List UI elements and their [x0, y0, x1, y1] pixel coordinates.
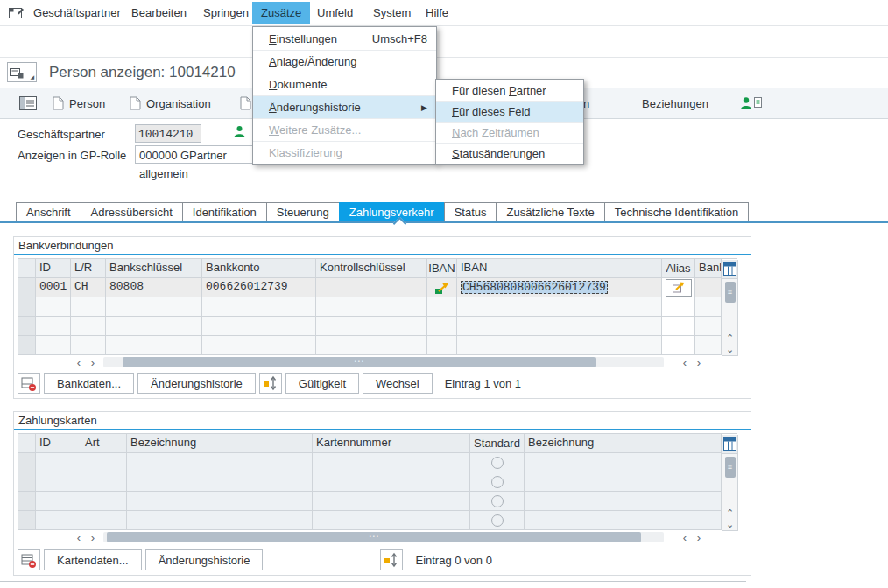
standard-radio[interactable]: [491, 495, 504, 508]
kartendaten-button[interactable]: Kartendaten...: [44, 550, 142, 570]
sap-screen-icon[interactable]: [9, 6, 25, 21]
bank-lr-cell[interactable]: CH: [71, 278, 106, 298]
menu-bearbeiten[interactable]: Bearbeiten: [123, 2, 195, 24]
table-settings-button[interactable]: [722, 435, 737, 454]
row-selector[interactable]: [18, 317, 36, 336]
menu-zusaetze[interactable]: Zusätze: [252, 2, 310, 24]
col-header[interactable]: ID: [36, 259, 71, 278]
gruppe-button[interactable]: [240, 88, 251, 118]
tab-anschrift[interactable]: Anschrift: [16, 202, 81, 223]
tab-adressuebersicht[interactable]: Adressübersicht: [81, 202, 183, 223]
menu-item-anlage-aenderung[interactable]: Anlage/Änderung: [253, 50, 436, 73]
menu-system[interactable]: System: [364, 2, 419, 24]
bank-account-cell[interactable]: 006626012739: [202, 278, 316, 298]
row-selector[interactable]: [18, 492, 36, 511]
col-header[interactable]: Alias: [662, 259, 695, 278]
alias-button[interactable]: [666, 279, 692, 297]
standard-radio[interactable]: [491, 514, 504, 527]
scrollbar-track[interactable]: ⋯: [103, 532, 664, 542]
scroll-down-icon[interactable]: ⌄: [726, 519, 734, 530]
partner-switch-button[interactable]: [740, 88, 763, 118]
col-header[interactable]: Bezeichnung: [525, 434, 722, 453]
scroll-left-icon[interactable]: ‹: [72, 531, 86, 544]
move-entry-button[interactable]: [380, 550, 403, 570]
tab-steuerung[interactable]: Steuerung: [266, 202, 340, 223]
col-header[interactable]: IBAN: [457, 259, 662, 278]
submenu-item-statusaenderungen[interactable]: Statusänderungen: [436, 143, 583, 164]
control-key-cell[interactable]: [316, 278, 427, 298]
scroll-up-icon[interactable]: ⌃: [726, 508, 734, 519]
col-header[interactable]: Bankkonto: [202, 259, 316, 278]
scrollbar-thumb[interactable]: ⋯: [107, 532, 641, 542]
col-header[interactable]: IBAN: [427, 259, 457, 278]
scroll-down-icon[interactable]: ⌄: [726, 344, 734, 355]
col-header[interactable]: Standard: [470, 434, 525, 453]
scroll-up-icon[interactable]: ⌃: [726, 332, 734, 344]
col-header[interactable]: Kontrollschlüssel: [316, 259, 427, 278]
col-header[interactable]: L/R: [71, 259, 106, 278]
col-header[interactable]: Art: [81, 434, 127, 453]
cards-aenderungshistorie-button[interactable]: Änderungshistorie: [145, 550, 264, 570]
row-selector[interactable]: [18, 511, 36, 530]
scrollbar-track[interactable]: ⋯: [103, 357, 664, 368]
row-selector[interactable]: [18, 472, 36, 492]
bank-id-cell[interactable]: 0001: [36, 278, 71, 298]
table-settings-button[interactable]: [722, 260, 737, 279]
menu-umfeld[interactable]: Umfeld: [308, 2, 362, 24]
menu-springen[interactable]: Springen: [194, 2, 257, 24]
scrollbar-thumb[interactable]: ≡: [725, 282, 736, 303]
tab-status[interactable]: Status: [444, 202, 497, 223]
row-selector[interactable]: [18, 278, 36, 298]
iban-create-cell[interactable]: [427, 278, 457, 298]
menu-hilfe[interactable]: Hilfe: [417, 2, 457, 24]
standard-radio[interactable]: [491, 457, 504, 469]
menu-item-dokumente[interactable]: Dokumente: [253, 73, 436, 95]
tab-zahlungsverkehr[interactable]: Zahlungsverkehr: [339, 202, 445, 223]
submenu-item-fuer-diesen-partner[interactable]: Für diesen Partner: [436, 80, 583, 101]
select-all-cell[interactable]: [18, 434, 36, 453]
gp-number-field[interactable]: 10014210: [135, 124, 201, 143]
row-selector[interactable]: [18, 336, 36, 355]
bank-aenderungshistorie-button[interactable]: Änderungshistorie: [137, 373, 256, 394]
move-entry-button[interactable]: [259, 373, 282, 394]
delete-bank-button[interactable]: [18, 373, 40, 394]
col-header[interactable]: Bezeichnung: [127, 434, 313, 453]
tab-zusaetzliche-texte[interactable]: Zusätzliche Texte: [496, 202, 604, 223]
locator-toggle-button[interactable]: [19, 88, 37, 118]
submenu-item-fuer-dieses-feld[interactable]: Für dieses Feld: [436, 101, 583, 122]
menu-item-aenderungshistorie[interactable]: Änderungshistorie▶: [253, 95, 436, 118]
wechsel-button[interactable]: Wechsel: [363, 373, 433, 394]
tab-technische-identifikation[interactable]: Technische Identifikation: [604, 202, 750, 223]
organisation-button[interactable]: Organisation: [130, 88, 211, 118]
beziehungen-button[interactable]: Beziehungen: [642, 88, 708, 118]
col-header[interactable]: ID: [36, 434, 81, 453]
tab-identifikation[interactable]: Identifikation: [182, 202, 267, 223]
scroll-left-icon[interactable]: ‹: [678, 356, 692, 369]
col-header[interactable]: Kartennummer: [313, 434, 470, 453]
bank-key-cell[interactable]: 80808: [106, 278, 202, 298]
cards-table: ID Art Bezeichnung Kartennummer Standard…: [18, 433, 737, 530]
iban-selected-value[interactable]: CH5680808006626012739: [461, 281, 608, 294]
person-button[interactable]: Person: [53, 88, 105, 118]
scroll-left-icon[interactable]: ‹: [678, 531, 692, 544]
scroll-right-icon[interactable]: ›: [86, 531, 100, 544]
row-selector[interactable]: [18, 453, 36, 472]
col-header[interactable]: Bankschlüssel: [106, 259, 202, 278]
delete-card-button[interactable]: [18, 550, 40, 570]
iban-cell[interactable]: CH5680808006626012739: [457, 278, 662, 298]
scrollbar-thumb[interactable]: ⋯: [123, 357, 596, 368]
scroll-right-icon[interactable]: ›: [692, 531, 706, 544]
bankdaten-button[interactable]: Bankdaten...: [44, 373, 134, 394]
gueltigkeit-button[interactable]: Gültigkeit: [285, 373, 359, 394]
scrollbar-thumb[interactable]: ≡: [725, 457, 736, 478]
row-selector[interactable]: [18, 298, 36, 317]
select-all-cell[interactable]: [18, 259, 36, 278]
scroll-right-icon[interactable]: ›: [692, 356, 706, 369]
scroll-left-icon[interactable]: ‹: [72, 356, 86, 369]
menu-item-einstellungen[interactable]: EinstellungenUmsch+F8: [253, 27, 436, 50]
col-header[interactable]: Bank: [695, 259, 722, 278]
standard-radio[interactable]: [491, 476, 504, 488]
services-menu-button[interactable]: ◢: [7, 62, 37, 82]
menu-geschaeftspartner[interactable]: Geschäftspartner: [25, 2, 130, 24]
scroll-right-icon[interactable]: ›: [86, 356, 100, 369]
